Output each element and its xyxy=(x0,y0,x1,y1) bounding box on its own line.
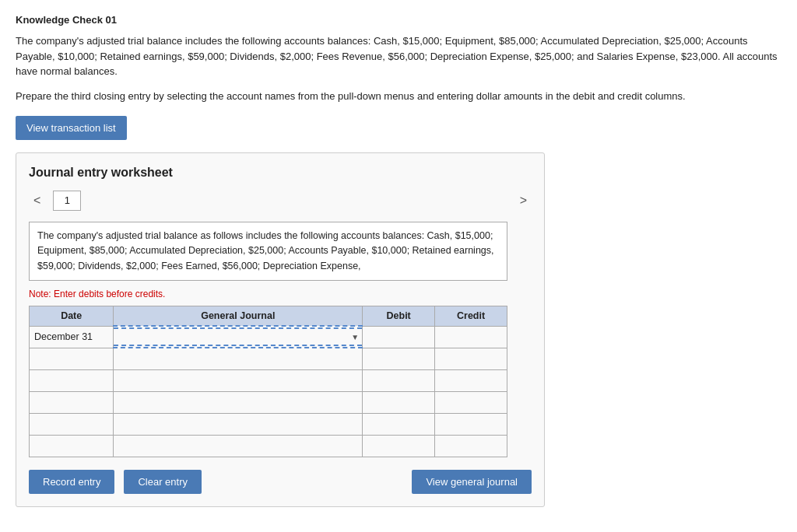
date-cell xyxy=(30,391,114,413)
debit-cell[interactable] xyxy=(363,348,435,369)
table-row xyxy=(30,435,507,457)
credit-cell[interactable] xyxy=(435,391,507,413)
debit-input[interactable] xyxy=(363,373,434,388)
table-row xyxy=(30,369,507,391)
credit-input[interactable] xyxy=(435,394,507,410)
credit-cell[interactable] xyxy=(435,348,507,369)
credit-cell[interactable] xyxy=(435,413,507,435)
journal-input[interactable] xyxy=(114,351,362,366)
action-row: Record entry Clear entry View general jo… xyxy=(29,470,532,494)
table-row xyxy=(30,413,507,435)
credit-cell[interactable] xyxy=(435,369,507,391)
date-cell xyxy=(30,348,114,369)
journal-cell[interactable] xyxy=(114,413,363,435)
journal-cell[interactable] xyxy=(114,435,363,457)
col-header-date: Date xyxy=(30,306,114,327)
debit-input[interactable] xyxy=(363,438,434,453)
credit-input[interactable] xyxy=(435,329,507,345)
credit-cell[interactable] xyxy=(435,435,507,457)
credit-input[interactable] xyxy=(435,438,507,453)
prev-page-button[interactable]: < xyxy=(29,192,45,209)
debit-cell[interactable] xyxy=(363,326,435,348)
journal-input[interactable] xyxy=(114,394,362,410)
record-entry-button[interactable]: Record entry xyxy=(29,470,114,494)
col-header-journal: General Journal xyxy=(114,306,363,327)
debit-cell[interactable] xyxy=(363,391,435,413)
credit-input[interactable] xyxy=(435,373,507,388)
debit-input[interactable] xyxy=(363,394,434,410)
col-header-debit: Debit xyxy=(363,306,435,327)
worksheet-container: Journal entry worksheet < 1 > The compan… xyxy=(16,152,545,507)
journal-input[interactable] xyxy=(114,327,362,346)
journal-input[interactable] xyxy=(114,373,362,388)
debit-cell[interactable] xyxy=(363,369,435,391)
debit-input[interactable] xyxy=(363,329,434,345)
journal-cell[interactable] xyxy=(114,348,363,369)
view-general-journal-button[interactable]: View general journal xyxy=(412,470,532,494)
journal-cell[interactable] xyxy=(114,391,363,413)
date-cell xyxy=(30,369,114,391)
debit-cell[interactable] xyxy=(363,413,435,435)
clear-entry-button[interactable]: Clear entry xyxy=(124,470,202,494)
debit-input[interactable] xyxy=(363,351,434,366)
table-row xyxy=(30,348,507,369)
journal-table: Date General Journal Debit Credit Decemb… xyxy=(29,306,507,457)
table-row xyxy=(30,391,507,413)
journal-cell[interactable] xyxy=(114,369,363,391)
journal-input[interactable] xyxy=(114,438,362,453)
next-page-button[interactable]: > xyxy=(515,192,532,209)
description-box: The company's adjusted trial balance as … xyxy=(29,222,507,281)
view-transaction-button[interactable]: View transaction list xyxy=(16,116,127,140)
note-text: Note: Enter debits before credits. xyxy=(29,289,532,299)
credit-input[interactable] xyxy=(435,416,507,432)
page-number-box: 1 xyxy=(53,191,81,211)
table-row: December 31 ▼ xyxy=(30,326,507,348)
journal-cell[interactable]: ▼ xyxy=(114,326,363,348)
debit-input[interactable] xyxy=(363,416,434,432)
intro-text: The company's adjusted trial balance inc… xyxy=(16,33,781,79)
date-cell xyxy=(30,413,114,435)
debit-cell[interactable] xyxy=(363,435,435,457)
date-cell xyxy=(30,435,114,457)
credit-cell[interactable] xyxy=(435,326,507,348)
nav-row: < 1 > xyxy=(29,191,532,211)
col-header-credit: Credit xyxy=(435,306,507,327)
credit-input[interactable] xyxy=(435,351,507,366)
knowledge-check-title: Knowledge Check 01 xyxy=(16,14,781,26)
worksheet-title: Journal entry worksheet xyxy=(29,166,532,180)
date-cell: December 31 xyxy=(30,326,114,348)
journal-input[interactable] xyxy=(114,416,362,432)
prepare-text: Prepare the third closing entry by selec… xyxy=(16,89,781,104)
